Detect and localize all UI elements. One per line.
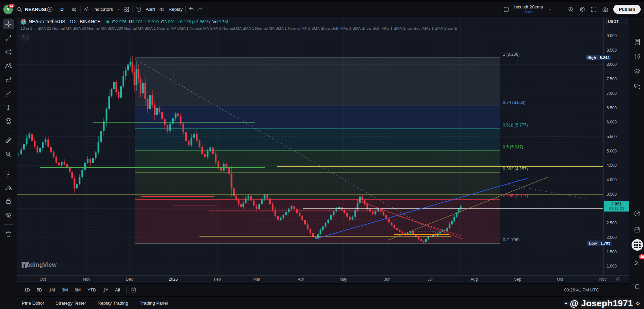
bottom-tab-trading-panel[interactable]: Trading Panel [140,301,168,306]
time-tick: Dec [126,277,133,282]
divider [4,224,13,225]
range-button-5d[interactable]: 5D [34,286,45,294]
avatar[interactable]: Y 11 [3,5,13,14]
remove-drawings-tool[interactable] [3,229,14,239]
chart-pane[interactable]: 1 (8.238)0.74 (6.563)0.618 (5.777)0.5 (5… [17,17,603,275]
time-tick: Oct [40,277,46,282]
chat-icon[interactable] [630,81,644,92]
fullscreen-icon[interactable] [590,6,597,13]
chart-area: 1 (8.238)0.74 (6.563)0.618 (5.777)0.5 (5… [17,17,630,283]
interval-button[interactable]: D [59,7,65,12]
save-link[interactable]: Save [524,10,533,14]
text-tool[interactable] [3,102,14,112]
lock-all-drawings-tool[interactable] [3,196,14,206]
indicators-label: Indicators [93,7,113,12]
indicators-legend-row[interactable]: 10 in 1 ... SMA 21 Normal MA SMA 50 Norm… [21,26,459,30]
alert-clock-icon [135,6,142,13]
tradingview-logo[interactable]: TradingView [21,261,57,269]
layout-panel-icon[interactable] [503,6,510,13]
economic-calendar-icon[interactable] [630,224,644,235]
magnet-tool[interactable] [3,168,14,178]
settings-gear-icon[interactable] [579,6,586,13]
layout-chevron-icon[interactable] [548,7,552,12]
quick-search-icon[interactable] [568,6,574,13]
symbol-search-button[interactable]: NEARUSDT [16,6,47,13]
measure-tool[interactable] [3,135,14,145]
alert-button[interactable]: Alert [135,6,155,13]
price-tick: 7.500 [607,77,617,81]
price-tick: 4.000 [607,177,617,182]
divider [4,164,13,164]
range-button-1m[interactable]: 1M [46,286,58,294]
range-button-1d[interactable]: 1D [21,286,33,294]
notifications-bell-icon[interactable] [630,280,644,292]
market-status-dot [105,20,110,24]
xabcd-pattern-tool[interactable] [3,61,14,71]
time-tick: Sep [514,277,521,282]
chart-style-icon[interactable] [71,6,78,13]
broadcast-icon[interactable]: 46 [630,257,644,268]
sparkle-icon: ✦ [564,301,568,306]
indicators-button[interactable]: Indicators [83,6,121,13]
watchlist-icon[interactable] [630,36,644,48]
chevron-down-icon [116,7,121,12]
time-tick: Feb [214,277,221,282]
time-tick: May [340,277,347,282]
change-value: +0.115 (+3.86%) [178,19,210,24]
right-sidebar: 46 [630,17,644,309]
price-tick: 4.500 [607,163,617,168]
range-button-1y[interactable]: 1Y [100,286,111,294]
svg-text:0.236 (3.317): 0.236 (3.317) [503,194,528,198]
compare-add-symbol-icon[interactable] [47,6,53,13]
time-tick: Oct [557,277,563,282]
utc-clock[interactable]: 03:26:41 PM UTC [564,287,599,292]
signature-watermark: ✦ @ Joseph1971 ✧ [564,298,641,309]
price-tick: 7.000 [607,91,617,96]
time-tick: Jul [427,277,432,282]
trend-line-tool[interactable] [3,33,14,43]
gauge-icon[interactable] [630,208,644,219]
price-tick: 8.000 [607,62,617,67]
svg-text:0 (1.796): 0 (1.796) [503,237,520,242]
projection-tool[interactable] [3,75,14,85]
snapshot-camera-icon[interactable] [602,6,609,13]
alerts-icon[interactable] [630,51,644,62]
object-tree-icon[interactable] [630,66,644,77]
replay-label: Replay [168,7,183,12]
layout-menu[interactable]: btcusdt 20ema Save [514,5,543,13]
indicator-templates-icon[interactable] [123,6,130,13]
range-button-3m[interactable]: 3M [59,286,71,294]
divider [560,6,560,13]
alert-label: Alert [146,7,155,12]
notification-badge: 11 [8,3,15,8]
zoom-in-tool[interactable] [3,149,14,159]
bottom-tab-strategy-tester[interactable]: Strategy Tester [56,301,86,306]
hide-drawings-tool[interactable] [3,210,14,220]
price-tick: 8.500 [607,48,617,53]
last-price-value: 3.091 [604,202,629,206]
time-tick: Mar [253,277,260,282]
emoji-tool[interactable] [3,116,14,126]
undo-icon[interactable] [188,6,195,13]
brush-tool[interactable] [3,88,14,99]
range-button-ytd[interactable]: YTD [84,286,99,294]
go-to-date-icon[interactable] [130,287,136,293]
publish-button[interactable]: Publish [613,5,641,14]
currency-selector[interactable]: USDT [606,18,626,25]
price-tick: 1.500 [607,250,617,254]
layout-name: btcusdt 20ema [514,5,543,9]
crosshair-tool[interactable] [3,19,14,29]
symbol-title[interactable]: NEAR / TetherUS · 1D · BINANCE [29,19,101,24]
fib-retracement-tool[interactable] [3,47,14,57]
range-button-6m[interactable]: 6M [71,286,84,294]
redo-icon[interactable] [196,6,203,13]
time-axis[interactable]: OctNovDec2025FebMarAprMayJunJulAugSepOct… [17,275,630,283]
bottom-tab-pine-editor[interactable]: Pine Editor [22,301,44,306]
time-tick: Nov [599,277,606,282]
drawing-edit-lock-tool[interactable] [3,182,14,192]
replay-button[interactable]: Replay [158,6,183,13]
collapse-legend-button[interactable] [21,34,29,40]
range-button-all[interactable]: All [112,286,123,294]
apps-grid-icon[interactable] [630,239,644,251]
bottom-tab-replay-trading[interactable]: Replay Trading [98,301,128,306]
